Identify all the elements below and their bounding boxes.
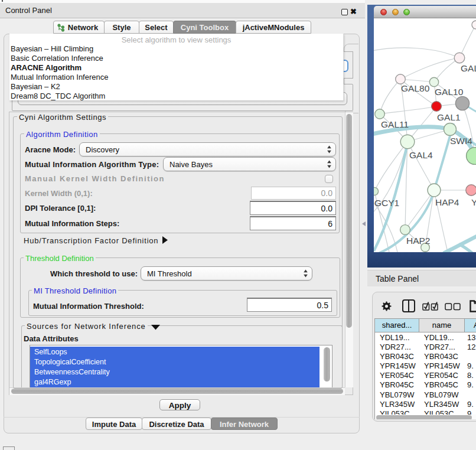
svg-text:GAL11: GAL11 — [381, 119, 409, 129]
svg-text:GAL1: GAL1 — [437, 112, 461, 122]
svg-text:GAL80: GAL80 — [401, 83, 430, 93]
svg-text:GAL7: GAL7 — [461, 63, 476, 73]
svg-text:Y: Y — [471, 197, 476, 207]
svg-text:GAL4: GAL4 — [409, 150, 433, 160]
svg-text:HAP4: HAP4 — [435, 197, 459, 207]
svg-text:SWI4: SWI4 — [450, 136, 472, 146]
svg-text:GAL10: GAL10 — [435, 87, 464, 97]
svg-text:HAP2: HAP2 — [406, 236, 431, 246]
svg-text:GCY1: GCY1 — [374, 198, 399, 208]
